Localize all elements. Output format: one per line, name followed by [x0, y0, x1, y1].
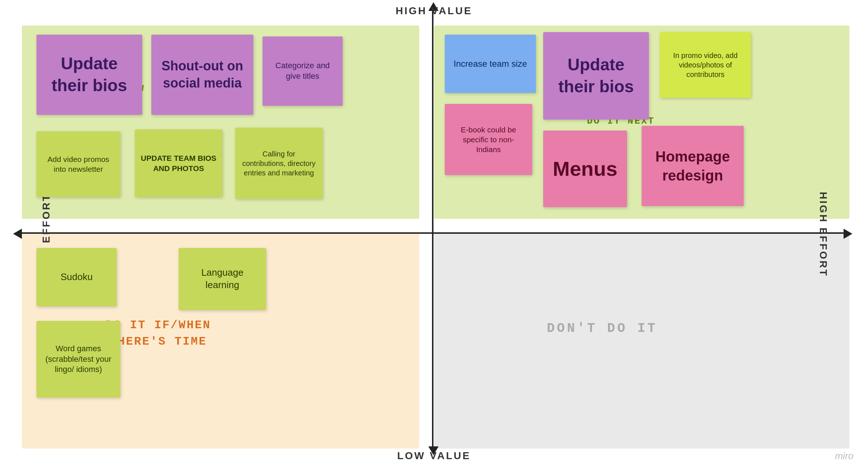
sticky-sudoku[interactable]: Sudoku: [36, 248, 117, 306]
sticky-promo-video-contributors[interactable]: In promo video, add videos/photos of con…: [660, 32, 751, 98]
sticky-language-learning[interactable]: Language learning: [179, 248, 266, 310]
miro-watermark: miro: [835, 450, 853, 462]
sticky-shoutout-social[interactable]: Shout-out on social media: [151, 35, 253, 115]
high-value-label: HIGH VALUE: [396, 5, 472, 17]
low-value-label: LOW VALUE: [397, 450, 471, 462]
sticky-word-games[interactable]: Word games (scrabble/test your lingo/ id…: [36, 321, 120, 398]
sticky-categorize-titles[interactable]: Categorize and give titles: [262, 36, 343, 106]
high-effort-label: HIGH EFFORT: [817, 192, 829, 277]
sticky-menus[interactable]: Menus: [543, 131, 627, 207]
do-it-if-label: DO IT IF/WHENTHERE'S TIME: [106, 317, 211, 350]
sticky-calling-contributions[interactable]: Calling for contributions, directory ent…: [235, 128, 323, 199]
arrow-left: [13, 229, 22, 239]
arrow-right: [844, 229, 852, 239]
sticky-video-promos[interactable]: Add video promos into newsletter: [36, 131, 120, 197]
sticky-increase-team-size[interactable]: Increase team size: [445, 35, 536, 93]
vertical-axis: [432, 11, 433, 449]
sticky-homepage-redesign[interactable]: Homepage redesign: [642, 126, 744, 206]
sticky-update-bios-tr[interactable]: Update their bios: [543, 32, 649, 120]
sticky-update-team-bios-photos[interactable]: UPDATE TEAM BIOS AND PHOTOS: [135, 129, 222, 197]
sticky-update-bios-tl[interactable]: Update their bios: [36, 35, 142, 115]
dont-do-it-label: DON'T DO IT: [547, 321, 658, 336]
quadrant-bottom-right: [434, 233, 849, 449]
sticky-ebook-non-indians[interactable]: E-book could be specific to non-Indians: [445, 104, 532, 175]
horizontal-axis: [22, 232, 846, 234]
